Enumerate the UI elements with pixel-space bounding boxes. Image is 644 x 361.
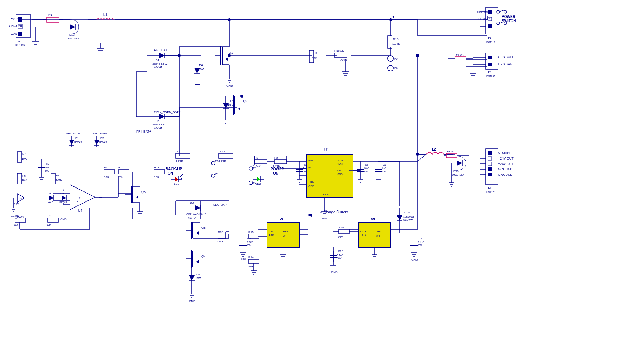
svg-text:15V: 15V	[195, 276, 201, 280]
svg-text:GROUND: GROUND	[9, 24, 23, 28]
svg-text:50V: 50V	[247, 244, 251, 247]
svg-text:OUT: OUT	[269, 230, 275, 233]
svg-text:TAB: TAB	[269, 233, 274, 237]
svg-rect-250	[488, 24, 492, 28]
svg-text:D12: D12	[69, 33, 75, 37]
svg-text:D1: D1	[75, 137, 79, 140]
svg-text:OUT-: OUT-	[337, 169, 343, 172]
svg-text:R11: R11	[154, 166, 159, 169]
svg-text:R9: R9	[56, 174, 60, 177]
svg-text:GND: GND	[331, 271, 338, 274]
svg-text:Q2: Q2	[243, 99, 247, 103]
svg-text:2.49K: 2.49K	[247, 265, 254, 268]
svg-rect-284	[488, 167, 492, 171]
svg-text:2.5V: 2.5V	[14, 203, 19, 205]
svg-text:Q3: Q3	[141, 190, 146, 194]
svg-text:8MC726A: 8MC726A	[68, 37, 79, 40]
svg-text:R7: R7	[22, 152, 26, 156]
svg-text:SEC_BAT+: SEC_BAT+	[477, 10, 491, 13]
svg-text:25V: 25V	[364, 170, 368, 173]
label-p3: P3	[215, 160, 219, 163]
svg-text:40V 4A: 40V 4A	[154, 66, 162, 68]
svg-text:10uF: 10uF	[364, 167, 369, 170]
svg-text:C9: C9	[247, 237, 251, 240]
svg-text:D11: D11	[196, 273, 202, 276]
svg-text:IN-: IN-	[308, 166, 312, 169]
svg-text:L2: L2	[432, 147, 436, 151]
svg-text:V_MON: V_MON	[498, 151, 510, 155]
svg-text:OFF: OFF	[308, 185, 314, 188]
svg-text:R15: R15	[248, 231, 254, 234]
svg-rect-165	[306, 154, 353, 197]
svg-rect-269	[488, 63, 492, 66]
svg-text:D13: D13	[453, 170, 459, 173]
svg-text:SSB44-E3/52T: SSB44-E3/52T	[152, 123, 169, 126]
svg-text:SWITCH: SWITCH	[502, 19, 516, 23]
label-p4: P4	[215, 172, 219, 175]
svg-text:PRI_BAT+: PRI_BAT+	[477, 17, 490, 20]
svg-text:R3: R3	[274, 156, 278, 160]
svg-text:U1: U1	[324, 148, 329, 152]
svg-text:SEC_BAT+: SEC_BAT+	[213, 203, 228, 206]
svg-text:J2: J2	[487, 71, 491, 74]
svg-text:VIN: VIN	[283, 230, 288, 233]
svg-text:R16: R16	[339, 226, 344, 229]
svg-text:L1: L1	[103, 13, 108, 17]
svg-text:OUT: OUT	[360, 230, 366, 233]
svg-text:15V: 15V	[228, 103, 233, 106]
svg-text:10K: 10K	[22, 179, 27, 182]
junction-top-bus-1	[228, 18, 231, 21]
svg-text:50V: 50V	[418, 244, 422, 247]
svg-text:-: -	[77, 200, 78, 203]
svg-text:GND: GND	[226, 84, 233, 87]
junction-r4-l2	[416, 54, 419, 57]
svg-text:LD1: LD1	[174, 182, 179, 185]
svg-text:1661118: 1661118	[486, 41, 495, 43]
svg-text:D8: D8	[48, 192, 52, 195]
svg-text:U6: U6	[371, 217, 375, 220]
svg-text:Q1: Q1	[229, 51, 233, 54]
svg-text:5A: 5A	[48, 13, 51, 16]
junction-q1-r4	[228, 54, 231, 57]
svg-text:Q5: Q5	[201, 226, 206, 229]
svg-text:50V: 50V	[45, 170, 49, 172]
svg-text:Q4: Q4	[201, 255, 206, 258]
svg-rect-120	[220, 46, 221, 65]
svg-text:R1: R1	[177, 150, 181, 153]
svg-text:3/4W: 3/4W	[338, 236, 344, 238]
junction-q2-d7	[240, 95, 243, 98]
svg-text:10K: 10K	[47, 224, 51, 226]
svg-text:1991121: 1991121	[486, 191, 495, 193]
label-pri-bat: PRI_BAT+	[66, 132, 80, 135]
svg-text:50V: 50V	[337, 257, 342, 260]
svg-text:IN+: IN+	[308, 159, 313, 162]
svg-text:3/4: 3/4	[376, 234, 380, 237]
svg-text:GND: GND	[241, 257, 247, 261]
svg-text:C3: C3	[304, 163, 308, 166]
svg-text:GND: GND	[189, 300, 195, 303]
label-p5: P5	[394, 57, 398, 60]
svg-text:1991095: 1991095	[486, 75, 495, 77]
svg-text:TRM: TRM	[308, 180, 315, 184]
svg-text:1uF: 1uF	[382, 167, 386, 170]
svg-text:SNS+: SNS+	[337, 163, 343, 165]
svg-text:VIN: VIN	[376, 230, 381, 233]
svg-text:D2: D2	[100, 137, 104, 140]
svg-text:F2 5A: F2 5A	[456, 53, 464, 56]
label-pri-bat-top: PRI_BAT+	[136, 130, 151, 133]
svg-text:BAV20: BAV20	[74, 141, 82, 143]
svg-text:POWER: POWER	[502, 15, 516, 19]
svg-text:D4: D4	[156, 58, 159, 62]
svg-text:R17: R17	[118, 166, 124, 169]
svg-text:6.98K: 6.98K	[217, 240, 224, 243]
svg-text:R19: R19	[393, 38, 399, 41]
svg-text:D10: D10	[404, 211, 410, 214]
svg-text:10K: 10K	[154, 176, 159, 179]
svg-text:D7: D7	[229, 99, 233, 103]
svg-text:J4: J4	[487, 186, 491, 190]
svg-text:TAB: TAB	[360, 233, 366, 237]
svg-text:R2: R2	[254, 156, 258, 160]
svg-text:U4: U4	[78, 209, 82, 212]
svg-text:D9: D9	[60, 192, 64, 195]
svg-text:BAV20: BAV20	[99, 141, 107, 143]
